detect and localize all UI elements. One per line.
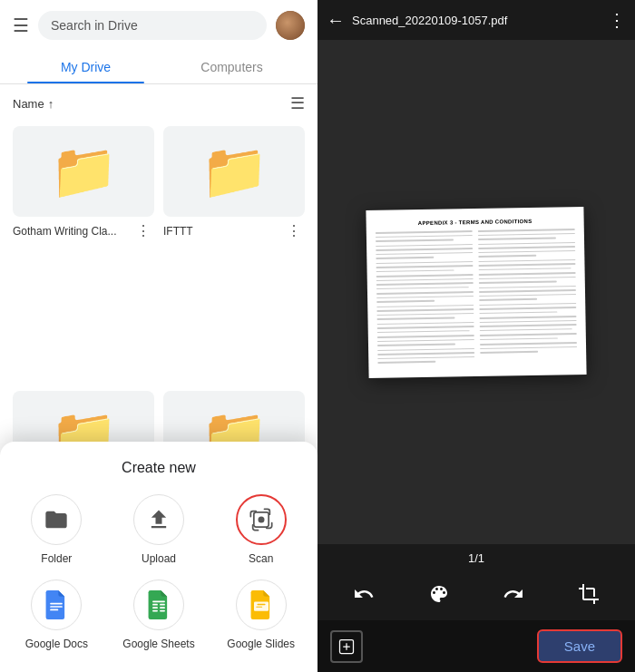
pdf-back-button[interactable]: ←: [327, 10, 345, 31]
svg-rect-9: [160, 607, 165, 609]
drive-tabs: My Drive Computers: [0, 51, 318, 84]
file-name: Gotham Writing Cla...: [13, 225, 132, 238]
pdf-page-number: 1/1: [468, 551, 484, 565]
create-option-scan[interactable]: Scan: [217, 494, 305, 565]
avatar[interactable]: [276, 11, 305, 40]
menu-icon[interactable]: ☰: [13, 15, 29, 36]
pdf-col-right: [478, 229, 578, 365]
palette-button[interactable]: [425, 579, 454, 613]
pdf-text-line: [376, 300, 435, 303]
pdf-col-left: [376, 230, 475, 366]
google-docs-create-icon: [31, 579, 82, 630]
pdf-more-icon[interactable]: ⋮: [608, 9, 626, 31]
pdf-section: [480, 333, 577, 340]
list-item: 📁 Gotham Writing Cla... ⋮: [13, 126, 154, 382]
create-option-upload[interactable]: Upload: [115, 494, 203, 565]
svg-rect-6: [152, 604, 158, 606]
pdf-text-line: [478, 241, 575, 244]
pdf-section: [480, 342, 577, 353]
google-sheets-option-label: Google Sheets: [122, 638, 194, 650]
pdf-text-line: [479, 285, 576, 287]
google-sheets-create-icon: [133, 579, 184, 630]
svg-rect-7: [160, 604, 165, 606]
file-more-icon[interactable]: ⋮: [283, 220, 305, 241]
search-bar[interactable]: Search in Drive: [38, 11, 267, 40]
pdf-section: [479, 272, 576, 283]
create-option-google-sheets[interactable]: Google Sheets: [115, 579, 203, 650]
left-panel: ☰ Search in Drive My Drive Computers Nam…: [0, 0, 318, 672]
pdf-text-line: [377, 329, 470, 332]
pdf-text-line: [479, 267, 572, 269]
folder-card[interactable]: 📁: [163, 126, 305, 217]
pdf-section: [479, 302, 576, 313]
pdf-title: Scanned_20220109-1057.pdf: [352, 14, 601, 27]
file-name-row: IFTTT ⋮: [163, 217, 305, 241]
pdf-section: [376, 274, 474, 289]
svg-rect-5: [152, 600, 165, 602]
pdf-text-line: [478, 255, 536, 258]
pdf-text-line: [479, 302, 576, 305]
svg-rect-13: [257, 604, 265, 605]
create-option-google-slides[interactable]: Google Slides: [217, 579, 305, 650]
pdf-text-line: [376, 265, 473, 268]
undo-button[interactable]: [349, 579, 378, 613]
pdf-viewer: APPENDIX 3 - TERMS AND CONDITIONS: [318, 40, 635, 544]
svg-rect-10: [152, 610, 158, 612]
scan-create-icon: [236, 494, 287, 545]
tab-my-drive[interactable]: My Drive: [13, 51, 159, 83]
file-name-row: Gotham Writing Cla... ⋮: [13, 217, 154, 241]
pdf-text-line: [480, 333, 577, 336]
svg-rect-8: [152, 607, 158, 609]
pdf-section: [479, 285, 576, 300]
pdf-section: [376, 304, 474, 319]
pdf-text-line: [480, 337, 558, 340]
pdf-pagination: 1/1: [318, 544, 635, 572]
pdf-text-line: [376, 239, 454, 241]
pdf-section: [377, 321, 474, 332]
pdf-text-line: [480, 327, 572, 330]
folder-option-label: Folder: [41, 552, 72, 565]
pdf-section: [376, 230, 473, 241]
redo-button[interactable]: [499, 579, 528, 613]
pdf-text-line: [478, 258, 575, 261]
pdf-text-line: [479, 289, 576, 292]
scan-option-label: Scan: [249, 552, 273, 565]
pdf-text-line: [376, 269, 454, 272]
pdf-text-line: [478, 263, 575, 266]
svg-rect-4: [50, 609, 58, 611]
pdf-text-line: [478, 237, 556, 239]
sort-label[interactable]: Name ↑: [13, 97, 54, 111]
google-slides-create-icon: [236, 579, 287, 630]
svg-rect-11: [160, 610, 165, 612]
pdf-bottom-bar: Save: [318, 620, 635, 672]
create-option-google-docs[interactable]: Google Docs: [13, 579, 101, 650]
pdf-text-line: [377, 355, 474, 358]
pdf-content-two-col: [376, 229, 578, 366]
pdf-text-line: [376, 286, 469, 288]
pdf-section: [376, 291, 474, 302]
tab-computers[interactable]: Computers: [159, 51, 305, 83]
pdf-text-line: [376, 248, 473, 250]
pdf-text-line: [478, 249, 575, 252]
list-view-icon[interactable]: ☰: [290, 93, 305, 113]
save-button[interactable]: Save: [537, 629, 622, 663]
file-name: IFTTT: [163, 225, 283, 238]
add-page-button[interactable]: [330, 630, 363, 663]
pdf-section: [478, 258, 575, 269]
folder-icon: 📁: [200, 144, 269, 199]
pdf-text-line: [479, 276, 576, 278]
pdf-section: [376, 243, 473, 258]
pdf-text-line: [376, 317, 454, 319]
crop-button[interactable]: [574, 579, 603, 613]
pdf-text-line: [478, 232, 575, 235]
pdf-text-line: [376, 274, 474, 277]
pdf-section: [376, 260, 473, 271]
list-item: 📁 IFTTT ⋮: [163, 126, 305, 382]
pdf-text-line: [377, 326, 474, 328]
file-more-icon[interactable]: ⋮: [132, 220, 154, 241]
create-option-folder[interactable]: Folder: [13, 494, 101, 565]
pdf-text-line: [377, 321, 474, 324]
pdf-text-line: [376, 282, 474, 285]
pdf-text-line: [479, 298, 537, 301]
folder-card[interactable]: 📁: [13, 126, 154, 217]
